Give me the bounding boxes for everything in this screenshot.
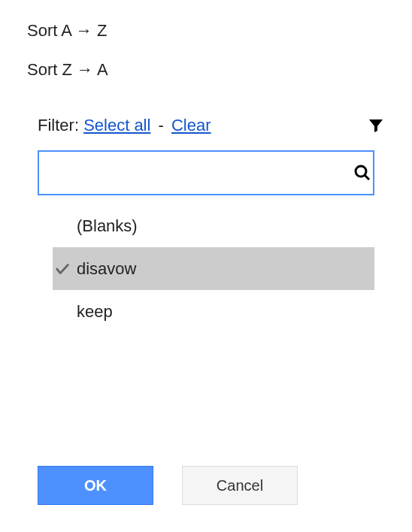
filter-separator: - bbox=[159, 116, 164, 135]
button-row: OK Cancel bbox=[38, 466, 298, 505]
filter-item-keep[interactable]: keep bbox=[53, 290, 374, 333]
search-wrapper bbox=[38, 150, 385, 195]
cancel-button[interactable]: Cancel bbox=[182, 466, 298, 505]
clear-link[interactable]: Clear bbox=[171, 116, 211, 135]
filter-list: (Blanks) disavow keep bbox=[53, 204, 374, 333]
filter-label-group: Filter: Select all - Clear bbox=[38, 116, 211, 135]
filter-item-blanks[interactable]: (Blanks) bbox=[53, 204, 374, 247]
sort-z-a[interactable]: Sort Z → A bbox=[27, 60, 385, 80]
ok-button[interactable]: OK bbox=[38, 466, 153, 505]
filter-item-label: (Blanks) bbox=[77, 216, 138, 236]
filter-item-disavow[interactable]: disavow bbox=[53, 247, 374, 290]
check-icon bbox=[54, 261, 71, 277]
filter-item-label: keep bbox=[77, 302, 113, 322]
filter-label: Filter: bbox=[38, 116, 79, 135]
filter-header-row: Filter: Select all - Clear bbox=[38, 116, 385, 135]
filter-item-label: disavow bbox=[77, 259, 136, 279]
filter-section: Filter: Select all - Clear (Blanks) disa… bbox=[27, 116, 385, 333]
filter-search-input[interactable] bbox=[38, 150, 374, 195]
select-all-link[interactable]: Select all bbox=[83, 116, 150, 135]
filter-icon[interactable] bbox=[367, 116, 385, 135]
sort-a-z[interactable]: Sort A → Z bbox=[27, 21, 385, 41]
